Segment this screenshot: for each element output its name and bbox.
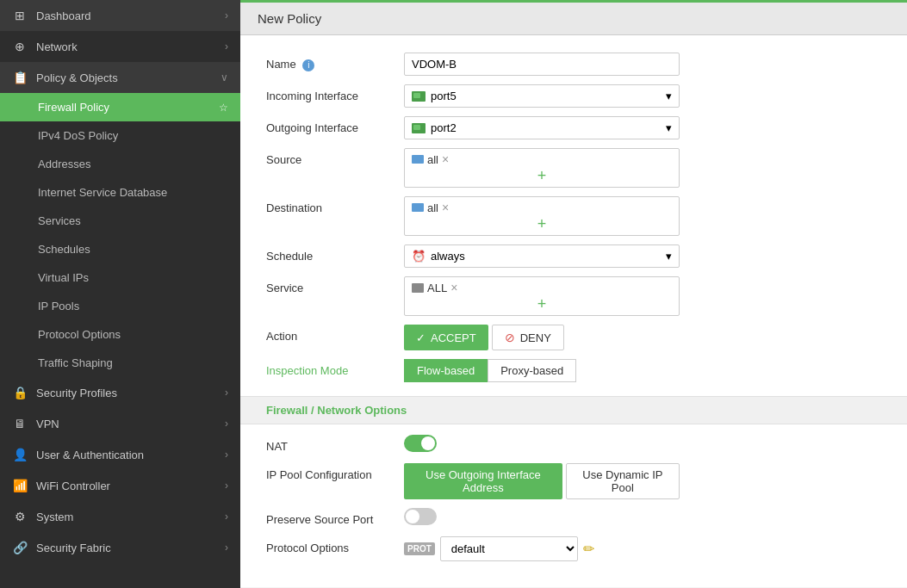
sidebar-item-label: VPN (36, 418, 59, 430)
source-tag: all × (412, 152, 449, 166)
flow-based-button[interactable]: Flow-based (404, 359, 488, 382)
remove-source-tag[interactable]: × (442, 152, 449, 166)
sidebar-item-security-fabric[interactable]: 🔗 Security Fabric › (0, 532, 240, 563)
network-icon: ⊕ (12, 40, 28, 53)
sidebar-item-schedules[interactable]: Schedules (0, 235, 240, 263)
proxy-based-button[interactable]: Proxy-based (488, 359, 576, 382)
chevron-right-icon: › (225, 9, 228, 22)
source-label: Source (266, 148, 404, 166)
sidebar-item-label: Security Profiles (36, 387, 117, 399)
sidebar-item-system[interactable]: ⚙ System › (0, 501, 240, 532)
service-control: ALL × + (404, 276, 680, 316)
service-tag-box[interactable]: ALL × + (404, 276, 680, 316)
preserve-source-label: Preserve Source Port (266, 508, 404, 526)
schedule-label: Schedule (266, 244, 404, 263)
sidebar-item-policy-objects[interactable]: 📋 Policy & Objects ∨ (0, 62, 240, 93)
destination-label: Destination (266, 196, 404, 214)
use-outgoing-interface-button[interactable]: Use Outgoing Interface Address (404, 463, 562, 499)
vpn-icon: 🖥 (12, 417, 28, 430)
use-dynamic-ip-pool-button[interactable]: Use Dynamic IP Pool (566, 463, 680, 499)
chevron-right-icon: › (225, 40, 228, 53)
sidebar-sub-label: Internet Service Database (38, 186, 167, 199)
preserve-source-slider[interactable] (404, 508, 437, 525)
schedule-select[interactable]: ⏰ always (404, 244, 680, 268)
nat-slider[interactable] (404, 435, 437, 452)
system-icon: ⚙ (12, 510, 28, 523)
sidebar-item-label: Security Fabric (36, 542, 111, 554)
sidebar-item-security-profiles[interactable]: 🔒 Security Profiles › (0, 377, 240, 408)
destination-tag-box[interactable]: all × + (404, 196, 680, 236)
sidebar-item-user-auth[interactable]: 👤 User & Authentication › (0, 439, 240, 470)
security-profiles-icon: 🔒 (12, 386, 28, 399)
add-service-button[interactable]: + (412, 296, 672, 312)
sidebar-sub-label: Schedules (38, 243, 90, 256)
accept-button[interactable]: ✓ ACCEPT (404, 325, 488, 350)
action-control: ✓ ACCEPT ⊘ DENY (404, 325, 680, 350)
sidebar-item-label: System (36, 511, 73, 523)
destination-control: all × + (404, 196, 680, 236)
outgoing-interface-select[interactable]: port2 (404, 116, 680, 139)
remove-service-tag[interactable]: × (450, 281, 457, 294)
sidebar-item-virtual-ips[interactable]: Virtual IPs (0, 263, 240, 292)
nat-toggle[interactable] (404, 435, 437, 452)
protocol-options-select[interactable]: default (440, 536, 578, 561)
dashboard-icon: ⊞ (12, 9, 28, 22)
add-destination-button[interactable]: + (412, 216, 672, 232)
edit-icon[interactable]: ✏ (583, 541, 594, 557)
chevron-right-icon: › (225, 511, 228, 523)
sidebar-item-firewall-policy[interactable]: Firewall Policy ☆ (0, 93, 240, 121)
source-control: all × + (404, 148, 680, 188)
schedule-control: ⏰ always (404, 244, 680, 268)
action-row: Action ✓ ACCEPT ⊘ DENY (266, 325, 881, 350)
service-row: Service ALL × + (266, 276, 881, 316)
sidebar-item-dashboard[interactable]: ⊞ Dashboard › (0, 0, 240, 31)
sidebar-sub-label: Addresses (38, 158, 90, 170)
inspection-mode-toggle: Flow-based Proxy-based (404, 359, 576, 382)
remove-destination-tag[interactable]: × (442, 201, 449, 214)
sidebar-sub-label: Firewall Policy (38, 101, 109, 114)
sidebar-sub-label: Traffic Shaping (38, 356, 113, 369)
main-content: New Policy Name i Incoming Interface po (240, 0, 907, 588)
sidebar-item-traffic-shaping[interactable]: Traffic Shaping (0, 349, 240, 377)
incoming-interface-select[interactable]: port5 (404, 84, 680, 108)
page-header: New Policy (240, 3, 907, 35)
preserve-source-toggle[interactable] (404, 508, 437, 525)
action-buttons: ✓ ACCEPT ⊘ DENY (404, 325, 680, 350)
name-input[interactable] (404, 53, 680, 76)
schedule-row: Schedule ⏰ always (266, 244, 881, 268)
service-tag: ALL × (412, 281, 457, 294)
chevron-right-icon: › (225, 449, 228, 461)
destination-row: Destination all × + (266, 196, 881, 236)
deny-button[interactable]: ⊘ DENY (492, 325, 564, 350)
wifi-icon: 📶 (12, 479, 28, 492)
interface-icon (412, 91, 426, 102)
name-label: Name i (266, 53, 404, 71)
form-area: Name i Incoming Interface port5 (240, 35, 907, 587)
sidebar-item-internet-service-db[interactable]: Internet Service Database (0, 178, 240, 207)
sidebar-item-protocol-options[interactable]: Protocol Options (0, 320, 240, 349)
sidebar-item-wifi[interactable]: 📶 WiFi Controller › (0, 470, 240, 501)
interface-icon (412, 123, 426, 133)
protocol-options-row: Protocol Options PROT default ✏ (266, 536, 881, 561)
prot-badge: PROT (404, 542, 435, 555)
star-icon[interactable]: ☆ (219, 102, 228, 114)
preserve-source-control (404, 508, 680, 528)
incoming-interface-control: port5 (404, 84, 680, 108)
sidebar-item-network[interactable]: ⊕ Network › (0, 31, 240, 62)
dropdown-arrow (666, 121, 672, 134)
sidebar-item-ip-pools[interactable]: IP Pools (0, 292, 240, 320)
sidebar: ⊞ Dashboard › ⊕ Network › 📋 Policy & Obj… (0, 0, 240, 588)
outgoing-interface-control: port2 (404, 116, 680, 139)
sidebar-item-vpn[interactable]: 🖥 VPN › (0, 408, 240, 439)
dropdown-arrow (666, 250, 672, 263)
name-control (404, 53, 680, 76)
sidebar-item-services[interactable]: Services (0, 207, 240, 235)
chevron-down-icon: ∨ (221, 71, 228, 84)
sidebar-item-ipv4-dos[interactable]: IPv4 DoS Policy (0, 121, 240, 150)
add-source-button[interactable]: + (412, 168, 672, 183)
source-tag-box[interactable]: all × + (404, 148, 680, 188)
sidebar-item-addresses[interactable]: Addresses (0, 150, 240, 178)
info-icon[interactable]: i (302, 59, 314, 71)
sidebar-item-label: Policy & Objects (36, 71, 118, 84)
chevron-right-icon: › (225, 387, 228, 399)
